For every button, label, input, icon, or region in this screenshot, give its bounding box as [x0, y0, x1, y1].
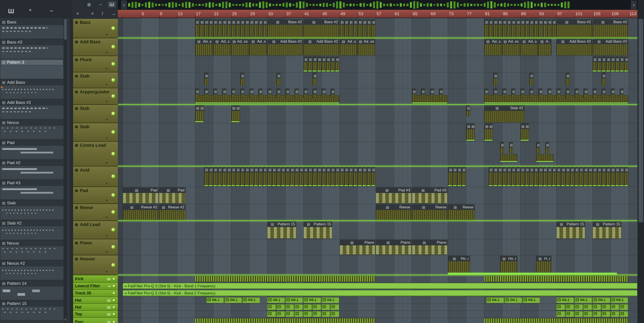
track-header[interactable]: Hoover...▾: [73, 255, 118, 275]
pattern-clip[interactable]: ▤: [209, 19, 213, 37]
audio-clip[interactable]: »: [574, 304, 583, 310]
pattern-clip[interactable]: ▤: [340, 167, 344, 186]
pattern-clip[interactable]: ▤Bass #2: [267, 19, 303, 37]
pattern-item-header[interactable]: ▤Bass: [0, 19, 63, 25]
pattern-clip[interactable]: ▤: [511, 167, 515, 186]
pattern-clip[interactable]: ▤: [430, 89, 434, 98]
pattern-clip[interactable]: ▤: [245, 167, 249, 186]
track-header[interactable]: Piano...▾: [73, 239, 118, 255]
audio-clip[interactable]: »: [620, 311, 628, 317]
pattern-clip[interactable]: ▤: [330, 89, 334, 98]
track-mute-led[interactable]: [112, 320, 116, 323]
track-menu-icon[interactable]: ▾: [106, 250, 108, 254]
pattern-clip[interactable]: ▤Ad..ss: [231, 39, 249, 55]
audio-clip[interactable]: »Od..): [522, 297, 540, 303]
pattern-list-item[interactable]: ▤Bass: [0, 19, 63, 39]
pattern-clip[interactable]: ▤: [500, 142, 504, 153]
pattern-clip[interactable]: ▤: [548, 167, 552, 186]
track-menu-icon[interactable]: ▾: [106, 67, 108, 71]
pattern-clip[interactable]: ▤: [317, 167, 321, 186]
pattern-clip[interactable]: ▤: [452, 167, 456, 186]
pattern-clip[interactable]: ▤: [294, 167, 298, 186]
pattern-clip[interactable]: ▤: [285, 89, 289, 98]
pattern-item-header[interactable]: ▤Pad #3: [0, 180, 63, 186]
audio-clip[interactable]: »: [584, 311, 592, 317]
pattern-clip[interactable]: ▤: [592, 167, 596, 186]
track-mute-led[interactable]: [111, 111, 116, 116]
track-menu-icon[interactable]: ▾: [106, 161, 108, 165]
pattern-clip[interactable]: ▤: [597, 167, 601, 186]
pattern-clip[interactable]: ▤Ad..ss: [502, 39, 520, 55]
pattern-mode-icon[interactable]: Ш: [8, 8, 14, 14]
pattern-clip[interactable]: ▤: [588, 167, 592, 186]
draw-tool-icon[interactable]: +: [76, 11, 79, 16]
pattern-clip[interactable]: ▤: [466, 105, 470, 116]
pattern-clip[interactable]: ▤: [520, 19, 524, 37]
pattern-list-item[interactable]: ▤Add Bass #2: [0, 100, 63, 119]
pattern-item-header[interactable]: ▤Add Bass #2: [0, 100, 63, 105]
pattern-clip[interactable]: ▤: [538, 167, 542, 186]
pattern-clip[interactable]: ▤: [222, 19, 226, 37]
track-menu-icon[interactable]: ▾: [106, 270, 108, 274]
pattern-clip[interactable]: ▤: [412, 89, 416, 98]
track-mute-led[interactable]: [111, 130, 116, 134]
slide-tool-icon[interactable]: ~: [99, 2, 102, 7]
pattern-clip[interactable]: ▤: [218, 19, 222, 37]
pattern-item-header[interactable]: ▤Bass #2: [0, 39, 63, 45]
audio-clip[interactable]: »: [285, 311, 294, 317]
pattern-clip[interactable]: ▤: [231, 167, 235, 186]
pattern-clip[interactable]: ▤: [566, 73, 570, 85]
pattern-clip[interactable]: ▤: [204, 89, 208, 98]
pattern-clip[interactable]: ▤: [462, 167, 466, 186]
pattern-clip[interactable]: ▤: [543, 167, 547, 186]
pattern-clip[interactable]: ▤Piano: [340, 240, 376, 255]
pattern-clip[interactable]: ▤: [606, 167, 610, 186]
track-mute-led[interactable]: [111, 152, 116, 156]
pattern-clip[interactable]: ▤: [209, 167, 213, 186]
vertical-scrollbar[interactable]: [638, 18, 644, 323]
pattern-clip[interactable]: ▤: [488, 19, 492, 37]
kick-pattern-clip[interactable]: [195, 318, 375, 323]
pattern-clip[interactable]: ▤: [579, 167, 583, 186]
star-tool-icon[interactable]: *: [29, 8, 32, 14]
pattern-clip[interactable]: ▤▤: [520, 123, 529, 141]
pattern-clip[interactable]: ▤: [574, 167, 578, 186]
track-header[interactable]: HatШ: [73, 297, 118, 304]
pattern-item-header[interactable]: ▤Pattern 3: [0, 59, 63, 65]
pattern-clip[interactable]: ▤: [304, 56, 308, 72]
pattern-clip[interactable]: ▤: [570, 167, 574, 186]
track-menu-icon[interactable]: ▾: [106, 117, 108, 121]
pattern-list-item[interactable]: ▤Nexus: [0, 120, 63, 139]
track-mute-led[interactable]: [112, 306, 116, 309]
pattern-item-header[interactable]: ▤Stab #2: [0, 220, 63, 226]
pattern-clip[interactable]: ▤Reese: [412, 204, 448, 220]
pattern-clip[interactable]: ▤: [304, 89, 308, 98]
kick-pattern-clip[interactable]: [195, 276, 375, 282]
audio-clip[interactable]: »Od..): [206, 297, 224, 303]
pattern-clip[interactable]: ▤: [245, 19, 249, 37]
track-header[interactable]: TopШ: [73, 311, 118, 318]
pattern-item-header[interactable]: ▤Pattern 14: [0, 281, 63, 286]
track-header[interactable]: Add Lead...▾: [73, 221, 118, 239]
track-header[interactable]: Stab...▾: [73, 123, 118, 142]
pattern-clip[interactable]: ▤Reese #2: [123, 204, 158, 220]
pattern-clip[interactable]: ▤Pad #3: [376, 187, 412, 203]
track-mute-led[interactable]: [112, 313, 116, 316]
pattern-clip[interactable]: ▤: [276, 167, 280, 186]
pattern-clip[interactable]: ▤Add Bass #2: [556, 39, 592, 55]
track-header[interactable]: Add Bass...▾: [73, 38, 118, 56]
pattern-clip[interactable]: ▤Pad #3: [412, 187, 448, 203]
pattern-clip[interactable]: ▤: [240, 73, 244, 85]
track-row[interactable]: [118, 123, 638, 142]
pattern-picker-scroll-thumb[interactable]: [64, 19, 67, 39]
pattern-clip[interactable]: ▤: [367, 19, 371, 37]
pattern-clip[interactable]: ▤: [240, 89, 244, 98]
pattern-clip[interactable]: ▤Stab #2: [484, 105, 524, 122]
pattern-clip[interactable]: ▤Bass #2: [304, 19, 339, 37]
track-row[interactable]: [118, 72, 638, 88]
pattern-clip[interactable]: ▤: [240, 19, 244, 37]
pattern-clip[interactable]: ▤: [507, 19, 511, 37]
pattern-clip[interactable]: ▤: [556, 167, 560, 186]
pattern-clip[interactable]: ▤: [258, 167, 262, 186]
pattern-clip[interactable]: ▤Add Bass #2: [267, 39, 303, 55]
